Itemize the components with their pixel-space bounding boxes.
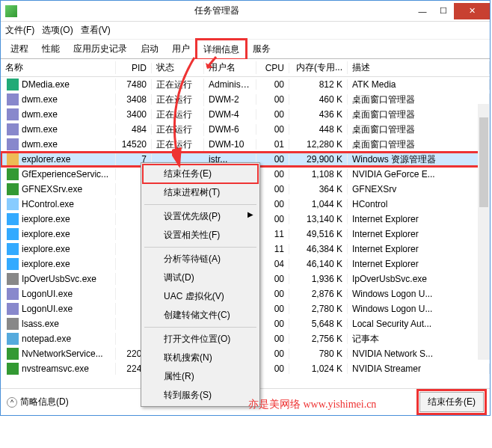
process-name: HControl.exe: [22, 199, 74, 209]
process-desc: Internet Explorer: [348, 244, 490, 254]
col-desc[interactable]: 描述: [348, 61, 490, 74]
process-name: iexplore.exe: [22, 259, 70, 269]
process-cpu: 00: [256, 94, 289, 105]
process-desc: Windows Logon U...: [348, 304, 490, 314]
menu-view[interactable]: 查看(V): [81, 24, 111, 37]
process-mem: 29,900 K: [289, 154, 348, 165]
tab-详细信息[interactable]: 详细信息: [197, 40, 246, 59]
col-status[interactable]: 状态: [152, 61, 204, 74]
context-item[interactable]: 分析等待链(A): [143, 250, 258, 269]
process-cpu: 00: [256, 109, 289, 120]
process-desc: Windows 资源管理器: [348, 153, 490, 166]
process-mem: 364 K: [289, 184, 348, 194]
process-icon: [7, 363, 19, 375]
process-icon: [7, 153, 19, 165]
menu-options[interactable]: 选项(O): [42, 24, 73, 37]
process-pid: 3408: [116, 94, 152, 105]
process-mem: 13,140 K: [289, 214, 348, 224]
context-item[interactable]: 联机搜索(N): [143, 349, 258, 367]
process-row[interactable]: DMedia.exe7480正在运行Administr...00812 KATK…: [1, 77, 490, 92]
process-mem: 1,108 K: [289, 169, 348, 179]
process-icon: [7, 183, 19, 195]
process-row[interactable]: dwm.exe14520正在运行DWM-100112,280 K桌面窗口管理器: [1, 137, 490, 152]
process-cpu: 00: [256, 79, 289, 90]
col-cpu[interactable]: CPU: [256, 63, 289, 73]
context-separator: [144, 204, 256, 205]
context-item[interactable]: 创建转储文件(C): [143, 306, 258, 325]
col-user[interactable]: 用户名: [204, 61, 256, 74]
context-item[interactable]: 结束任务(E): [143, 165, 258, 183]
context-item[interactable]: 设置相关性(F): [143, 226, 258, 245]
process-name: explorer.exe: [22, 154, 70, 165]
process-cpu: 00: [256, 349, 289, 359]
process-name: LogonUI.exe: [22, 304, 73, 314]
process-cpu: 00: [256, 199, 289, 209]
process-row[interactable]: dwm.exe3408正在运行DWM-200460 K桌面窗口管理器: [1, 92, 490, 107]
process-mem: 49,516 K: [289, 229, 348, 239]
process-name: DMedia.exe: [22, 79, 70, 90]
process-icon: [7, 93, 19, 105]
process-row[interactable]: dwm.exe484正在运行DWM-600448 K桌面窗口管理器: [1, 122, 490, 137]
process-icon: [7, 333, 19, 345]
context-item[interactable]: 设置优先级(P)▶: [143, 207, 258, 226]
process-name: LogonUI.exe: [22, 289, 73, 299]
fewer-details-toggle[interactable]: ^ 简略信息(D): [7, 396, 69, 408]
process-name: lsass.exe: [22, 319, 59, 329]
process-icon: [7, 228, 19, 240]
process-name: dwm.exe: [22, 124, 58, 135]
context-item[interactable]: 结束进程树(T): [143, 183, 258, 202]
tab-进程[interactable]: 进程: [4, 39, 35, 58]
minimize-button[interactable]: —: [412, 3, 433, 19]
process-name: GfExperienceServic...: [22, 169, 108, 179]
process-desc: Local Security Aut...: [348, 319, 490, 329]
col-name[interactable]: 名称: [1, 61, 116, 74]
process-cpu: 00: [256, 363, 289, 374]
tab-应用历史记录[interactable]: 应用历史记录: [67, 39, 134, 58]
col-mem[interactable]: 内存(专用...: [289, 61, 348, 74]
col-pid[interactable]: PID: [116, 63, 152, 73]
context-item[interactable]: UAC 虚拟化(V): [143, 287, 258, 306]
context-item[interactable]: 打开文件位置(O): [143, 330, 258, 349]
context-separator: [144, 247, 256, 248]
menu-file[interactable]: 文件(F): [5, 24, 34, 37]
window-title: 任务管理器: [22, 4, 412, 17]
titlebar: 任务管理器 — ☐ ✕: [1, 1, 490, 22]
process-desc: IpOverUsbSvc.exe: [348, 274, 490, 284]
watermark-text: 亦是美网络 www.yishimei.cn: [248, 398, 376, 411]
process-row[interactable]: dwm.exe3400正在运行DWM-400436 K桌面窗口管理器: [1, 107, 490, 122]
process-cpu: 01: [256, 139, 289, 150]
process-icon: [7, 348, 19, 360]
process-user: DWM-2: [204, 94, 256, 105]
process-pid: 7480: [116, 79, 152, 90]
process-cpu: 00: [256, 154, 289, 165]
process-desc: 桌面窗口管理器: [348, 93, 490, 106]
scroll-thumb[interactable]: [479, 117, 488, 207]
process-mem: 5,648 K: [289, 319, 348, 329]
process-status: 正在运行: [152, 93, 204, 106]
tab-用户[interactable]: 用户: [165, 39, 197, 58]
process-icon: [7, 138, 19, 150]
close-button[interactable]: ✕: [454, 3, 490, 19]
context-item[interactable]: 调试(D): [143, 269, 258, 287]
process-mem: 2,876 K: [289, 289, 348, 299]
menubar: 文件(F) 选项(O) 查看(V): [1, 22, 490, 40]
tab-服务[interactable]: 服务: [246, 39, 277, 58]
process-cpu: 00: [256, 169, 289, 179]
process-desc: ATK Media: [348, 79, 490, 90]
maximize-button[interactable]: ☐: [433, 3, 454, 19]
context-item[interactable]: 转到服务(S): [143, 386, 258, 405]
context-item[interactable]: 属性(R): [143, 367, 258, 386]
process-user: Administr...: [204, 79, 256, 90]
window-buttons: — ☐ ✕: [412, 3, 490, 19]
tab-启动[interactable]: 启动: [134, 39, 165, 58]
tab-性能[interactable]: 性能: [35, 39, 67, 58]
process-cpu: 11: [256, 244, 289, 254]
process-mem: 448 K: [289, 124, 348, 135]
process-icon: [7, 213, 19, 225]
process-icon: [7, 318, 19, 330]
end-task-button[interactable]: 结束任务(E): [419, 392, 484, 412]
vertical-scrollbar[interactable]: [478, 104, 490, 360]
process-icon: [7, 79, 19, 90]
process-mem: 12,280 K: [289, 139, 348, 150]
chevron-up-icon: ^: [7, 397, 17, 408]
